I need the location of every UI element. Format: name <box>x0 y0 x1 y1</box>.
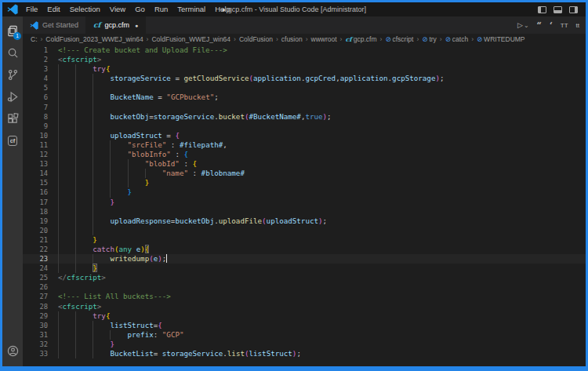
uppercase-icon[interactable]: TT <box>561 22 568 29</box>
breadcrumb-item[interactable]: C: <box>31 35 38 43</box>
vscode-window: FileEditSelectionViewGoRunTerminalHelp ●… <box>0 0 588 371</box>
code-line[interactable]: 13 "blobId" : { <box>23 159 586 169</box>
code-area[interactable]: 1<!--- Create bucket and Upload File--->… <box>23 45 586 366</box>
menu-go[interactable]: Go <box>130 2 150 16</box>
run-or-debug-icon[interactable]: ▷⌄ <box>517 21 529 29</box>
breadcrumb-item[interactable]: ColdFusion_2023_WWEJ_win64 <box>45 35 143 43</box>
code-line[interactable]: 33 BucketList= storageService.list(listS… <box>23 349 586 358</box>
toggle-panel-icon[interactable] <box>554 6 562 13</box>
breadcrumb-item[interactable]: ⊘try <box>422 35 437 43</box>
code-line[interactable]: 3 try{ <box>23 64 586 74</box>
code-line[interactable]: 9 <box>23 122 586 131</box>
indent-guide <box>110 187 111 197</box>
code-line[interactable]: 18 <box>23 207 586 216</box>
menu-terminal[interactable]: Terminal <box>172 2 210 16</box>
code-line[interactable]: 15 } <box>23 178 586 187</box>
line-number: 8 <box>23 112 48 122</box>
breadcrumb-separator: › <box>471 35 474 43</box>
double-quote-icon[interactable]: “ <box>537 20 542 31</box>
toggle-sidebar-icon[interactable] <box>538 6 546 13</box>
indent-guide <box>58 93 59 102</box>
indent-guide <box>58 83 59 93</box>
editor-actions: ▷⌄“‘TTtt <box>517 16 586 34</box>
indent-guide <box>75 235 76 245</box>
text-cursor <box>166 254 167 263</box>
code-line[interactable]: 25</cfscript> <box>23 273 586 282</box>
menu-edit[interactable]: Edit <box>42 2 64 16</box>
menu-help[interactable]: Help <box>210 2 235 16</box>
menu-bar: FileEditSelectionViewGoRunTerminalHelp <box>21 2 235 16</box>
run-and-debug-icon[interactable] <box>2 85 23 107</box>
breadcrumb-item[interactable]: ColdFusion_WWEJ_win64 <box>151 35 230 43</box>
code-line[interactable]: 27<!--- List All buckets---> <box>23 292 586 301</box>
code-line[interactable]: 23 writedump(e); <box>23 254 586 264</box>
code-line[interactable]: 8 bucketObj=storageService.bucket(#Bucke… <box>23 112 586 122</box>
indent-guide <box>58 131 59 140</box>
single-quote-icon[interactable]: ‘ <box>550 20 553 31</box>
code-line[interactable]: 19 uploadResponse=bucketObj.uploadFile(u… <box>23 216 586 226</box>
coldfusion-extension-icon[interactable]: cf <box>2 129 23 151</box>
code-line[interactable]: 4 storageService = getCloudService(appli… <box>23 74 586 83</box>
line-number: 1 <box>23 45 48 55</box>
code-line[interactable]: 30 listStruct={ <box>23 321 586 330</box>
menu-run[interactable]: Run <box>150 2 172 16</box>
breadcrumb-item[interactable]: cfgcp.cfm <box>345 35 376 43</box>
code-line[interactable]: 20 <box>23 226 586 235</box>
line-number: 4 <box>23 74 48 83</box>
code-line[interactable]: 10 uploadStruct = { <box>23 131 586 140</box>
accounts-icon[interactable] <box>2 340 23 362</box>
indent-guide <box>58 122 59 131</box>
breadcrumb-item[interactable]: cfusion <box>281 35 303 43</box>
indent-guide <box>58 103 59 112</box>
indent-guide <box>58 254 59 264</box>
code-line[interactable]: 26 <box>23 282 586 292</box>
indent-guide <box>58 169 59 178</box>
code-line[interactable]: 11 "srcFile" : #filepath#, <box>23 140 586 150</box>
code-line[interactable]: 5 <box>23 83 586 93</box>
breadcrumb-item[interactable]: ColdFusion <box>239 35 273 43</box>
menu-file[interactable]: File <box>21 2 42 16</box>
tab-get-started[interactable]: Get Started <box>23 16 86 34</box>
code-line[interactable]: 32 } <box>23 340 586 349</box>
code-line[interactable]: 16 } <box>23 187 586 197</box>
indent-guide <box>75 178 76 187</box>
line-number: 28 <box>23 302 48 311</box>
line-number: 6 <box>23 93 48 102</box>
code-line[interactable]: 22 catch(any e){ <box>23 245 586 254</box>
code-line[interactable]: 1<!--- Create bucket and Upload File---> <box>23 45 586 55</box>
indent-guide <box>75 245 76 254</box>
indent-guide <box>93 93 93 102</box>
indent-guide <box>93 150 93 159</box>
code-line[interactable]: 21 } <box>23 235 586 245</box>
line-number: 19 <box>23 216 48 226</box>
menu-view[interactable]: View <box>105 2 130 16</box>
code-line[interactable]: 6 BucketName = "GCPbucket"; <box>23 93 586 102</box>
breadcrumb-item[interactable]: ⊘catch <box>445 35 468 43</box>
code-line[interactable]: 2<cfscript> <box>23 55 586 64</box>
breadcrumb-item[interactable]: wwwroot <box>311 35 337 43</box>
tab-gcp-cfm[interactable]: cf gcp.cfm ● <box>86 16 146 34</box>
explorer-icon[interactable]: 1 <box>2 20 23 42</box>
search-icon[interactable] <box>2 42 23 64</box>
indent-guide <box>58 321 59 330</box>
code-line[interactable]: 7 <box>23 103 586 112</box>
breadcrumb-separator: › <box>416 35 419 43</box>
code-line[interactable]: 28<cfscript> <box>23 302 586 311</box>
source-control-icon[interactable] <box>2 64 23 85</box>
code-line[interactable]: 14 "name" : #blobname# <box>23 169 586 178</box>
code-line[interactable]: 17 } <box>23 198 586 207</box>
indent-guide <box>58 150 59 159</box>
line-number: 15 <box>23 178 48 187</box>
code-line[interactable]: 31 prefix: "GCP" <box>23 330 586 340</box>
code-line[interactable]: 12 "blobInfo" : { <box>23 150 586 159</box>
line-number: 22 <box>23 245 48 254</box>
toggle-secondary-sidebar-icon[interactable] <box>569 6 578 13</box>
breadcrumb-item[interactable]: ⊘WRITEDUMP <box>477 35 525 43</box>
indent-guide <box>93 122 93 131</box>
menu-selection[interactable]: Selection <box>65 2 105 16</box>
extensions-icon[interactable] <box>2 107 23 129</box>
code-line[interactable]: 29 try{ <box>23 311 586 321</box>
breadcrumb-item[interactable]: ⊘cfscript <box>385 35 413 43</box>
code-line[interactable]: 24 } <box>23 264 586 273</box>
lowercase-icon[interactable]: tt <box>576 22 579 29</box>
